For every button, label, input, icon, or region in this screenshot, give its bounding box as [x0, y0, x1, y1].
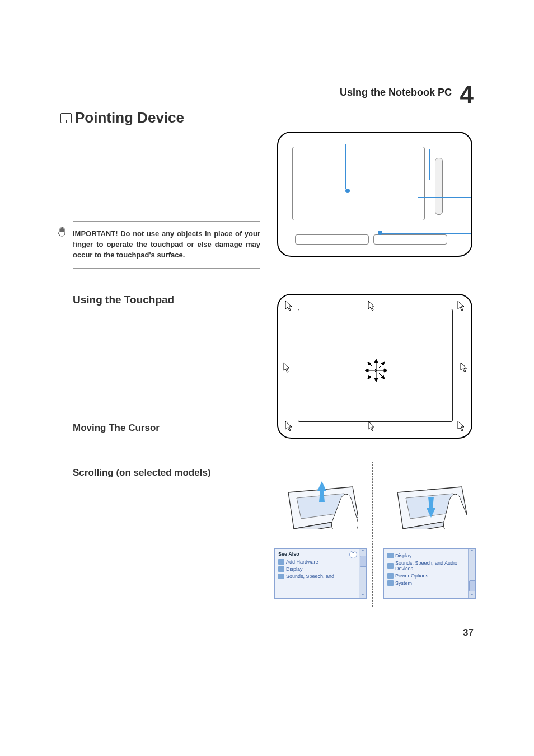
hardware-icon: [278, 559, 284, 565]
callout-line: [382, 233, 471, 234]
scroll-up-illustration: [274, 478, 358, 529]
scroll-thumb: [469, 580, 476, 591]
touchpad-icon: [60, 113, 72, 123]
svg-marker-4: [374, 359, 378, 363]
section-title: Pointing Device: [60, 109, 184, 126]
scroll-down-arrow-icon: ˅: [360, 594, 365, 598]
panel-item: Display: [387, 553, 472, 558]
power-icon: [387, 573, 394, 579]
system-icon: [387, 580, 394, 586]
scroll-thumb: [360, 556, 367, 567]
callout-line: [345, 144, 346, 189]
panel-item: Display: [278, 566, 363, 572]
cursor-icon: [285, 421, 294, 432]
display-icon: [387, 553, 394, 558]
cursor-icon: [285, 300, 294, 312]
touchpad-button-left: [295, 234, 369, 245]
page-number: 37: [463, 627, 474, 638]
sounds-icon: [278, 574, 284, 579]
scroll-down-arrow-icon: ˅: [470, 594, 474, 598]
panel-item: Sounds, Speech, and Audio Devices: [387, 560, 472, 571]
touchpad-button-right: [373, 234, 447, 245]
cursor-icon: [368, 421, 377, 432]
scrolling-diagram: See Also ⌃ Add Hardware Display Sounds, …: [271, 462, 479, 607]
scroll-up-arrow-icon: ˄: [470, 549, 474, 553]
subheading-using-touchpad: Using the Touchpad: [73, 294, 174, 306]
page-header: Using the Notebook PC 4: [60, 78, 474, 109]
svg-marker-6: [365, 369, 368, 372]
callout-line: [418, 197, 471, 198]
panel-item: Power Options: [387, 573, 472, 579]
section-title-text: Pointing Device: [75, 109, 184, 126]
callout-line: [429, 149, 430, 180]
subheading-moving-cursor: Moving The Cursor: [73, 422, 160, 434]
scrollbar: ˄ ˅: [468, 549, 475, 598]
important-note: IMPORTANT! Do not use any objects in pla…: [73, 221, 260, 269]
cursor-icon: [460, 362, 469, 373]
svg-marker-7: [384, 369, 387, 372]
sounds-icon: [387, 563, 394, 569]
scroll-up-arrow-icon: ˄: [360, 549, 365, 553]
control-panel-left: See Also ⌃ Add Hardware Display Sounds, …: [274, 548, 367, 599]
cursor-icon: [368, 300, 377, 312]
display-icon: [278, 566, 284, 572]
chapter-number: 4: [460, 81, 474, 108]
callout-dot: [345, 189, 350, 193]
panel-item: Sounds, Speech, and: [278, 574, 363, 579]
cursor-movement-diagram: [277, 294, 472, 439]
movement-arrows-icon: [365, 359, 387, 382]
header-title: Using the Notebook PC: [340, 87, 452, 98]
collapse-icon: ⌃: [349, 551, 357, 558]
hand-stop-icon: [57, 227, 68, 241]
panel-item: System: [387, 580, 472, 586]
subheading-scrolling: Scrolling (on selected models): [73, 467, 211, 478]
cursor-icon: [283, 362, 292, 373]
cursor-icon: [457, 421, 466, 432]
svg-marker-5: [374, 378, 378, 382]
scroll-down-illustration: [383, 478, 467, 529]
touchpad-scroll-strip: [435, 158, 443, 215]
control-panel-right: Display Sounds, Speech, and Audio Device…: [383, 548, 476, 599]
divider-line: [372, 462, 373, 607]
cursor-icon: [457, 300, 466, 312]
scrollbar: ˄ ˅: [359, 549, 366, 598]
touchpad-diagram: [277, 132, 472, 257]
panel-item: Add Hardware: [278, 559, 363, 565]
touchpad-surface: [292, 147, 425, 220]
